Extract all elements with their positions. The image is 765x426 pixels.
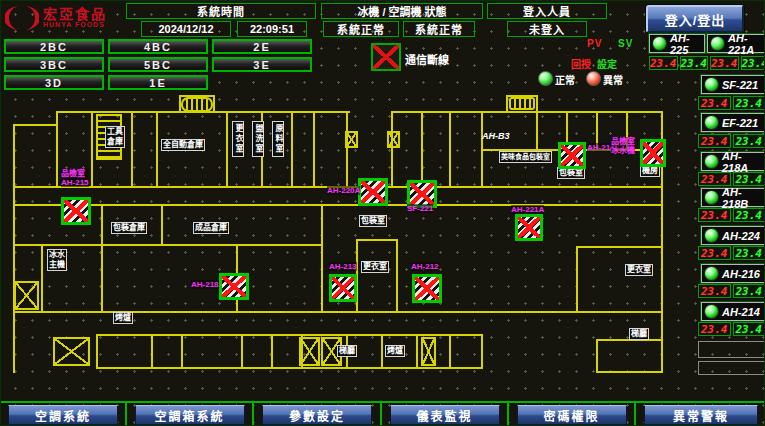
pv-value: 23.4 [710, 56, 739, 70]
status-led-icon [652, 36, 667, 51]
disconnect-indicator [640, 139, 666, 167]
wall-segment [596, 339, 598, 373]
wall-segment [13, 204, 663, 206]
login-logout-button[interactable]: 登入/登出 [646, 5, 744, 33]
unit-ef-221[interactable]: EF-221 [701, 113, 765, 132]
floor-button-2bc[interactable]: 2BC [4, 39, 104, 54]
disconnect-indicator [515, 214, 543, 241]
unit-ah-218b[interactable]: AH-218B [701, 188, 765, 207]
room-label: 更衣室 [625, 264, 653, 276]
wall-segment [131, 111, 133, 188]
door-x-icon [14, 281, 39, 310]
status-led-icon [710, 36, 725, 51]
wall-segment [101, 204, 103, 311]
unit-ah-221a[interactable]: AH-221A [707, 34, 765, 53]
machine-status-label: 冰機 / 空調機 狀態 [321, 3, 483, 19]
equipment-label: AH-221A [511, 205, 544, 214]
nav-cell: 空調箱系統 [127, 401, 254, 426]
disconnect-indicator [558, 142, 586, 169]
unit-name: AH-221A [728, 32, 762, 56]
equipment-label: AH-212 [411, 262, 439, 271]
pv-value: 23.4 [698, 208, 731, 222]
abnormal-label: 異常 [603, 72, 623, 87]
unit-ah-216[interactable]: AH-216 [701, 264, 765, 283]
unit-ah-225[interactable]: AH-225 [649, 34, 705, 53]
floor-button-4bc[interactable]: 4BC [108, 39, 208, 54]
room-label: 美味食品包裝室 [499, 151, 552, 163]
pv-value: 23.4 [698, 134, 731, 148]
wall-segment [391, 111, 663, 113]
room-label: 梯廳 [629, 328, 649, 340]
wall-segment [421, 111, 423, 188]
nav-cell: 密碼權限 [509, 401, 636, 426]
wall-segment [346, 111, 348, 188]
wall-segment [576, 246, 663, 248]
unit-ah-224[interactable]: AH-224 [701, 226, 765, 245]
normal-label: 正常 [555, 72, 575, 87]
wall-segment [506, 95, 508, 111]
room-label: 包裝室 [359, 215, 387, 227]
nav-password-permission[interactable]: 密碼權限 [517, 405, 627, 425]
empty-slot [698, 361, 765, 375]
nav-hvac-system[interactable]: 空調系統 [8, 405, 117, 425]
abnormal-led-icon [586, 71, 601, 86]
empty-slot [698, 341, 765, 358]
floor-button-3d[interactable]: 3D [4, 75, 104, 90]
nav-cell: 異常警報 [636, 401, 765, 426]
nav-cell: 空調系統 [1, 401, 127, 426]
logo-subtitle: HUNYA FOODS [43, 21, 107, 29]
floor-button-1e[interactable]: 1E [108, 75, 208, 90]
feedback-label: 回授 [571, 56, 591, 71]
unit-name: AH-224 [722, 230, 760, 242]
room-label: 烤爐 [113, 312, 133, 324]
room-label: 盥洗室 [252, 121, 264, 157]
status-led-icon [704, 228, 719, 243]
nav-ahu-system[interactable]: 空調箱系統 [135, 405, 245, 425]
wall-segment [381, 334, 383, 369]
wall-segment [536, 111, 538, 149]
floor-button-3e[interactable]: 3E [212, 57, 312, 72]
equipment-label: 品檢室 AH-215 [61, 169, 89, 187]
room-label: 更衣室 [361, 261, 389, 273]
floor-button-2e[interactable]: 2E [212, 39, 312, 54]
wall-segment [96, 334, 98, 369]
unit-ah-214[interactable]: AH-214 [701, 302, 765, 321]
unit-values: 23.4 23.4 [698, 172, 765, 186]
room-label: 冰水 主機 [47, 249, 67, 271]
pv-value: 23.4 [698, 172, 731, 186]
room-label: 工具 倉庫 [105, 126, 125, 148]
unit-values: 23.4 23.4 [698, 246, 765, 260]
wall-segment [416, 334, 418, 369]
sv-value: 23.4 [733, 172, 765, 186]
room-label: 烤爐 [385, 345, 405, 357]
room-label: 成品倉庫 [193, 222, 229, 234]
nav-abnormal-alarm[interactable]: 異常警報 [644, 405, 758, 425]
wall-segment [101, 244, 323, 246]
unit-name: AH-216 [722, 268, 760, 280]
unit-values: 23.4 23.4 [698, 322, 765, 336]
room-label: AH-B3 [481, 131, 511, 141]
unit-ah-218a[interactable]: AH-218A [701, 152, 765, 171]
nav-parameter-settings[interactable]: 參數設定 [262, 405, 373, 425]
unit-name: AH-218B [722, 186, 762, 210]
wall-segment [13, 311, 663, 313]
pv-value: 23.4 [698, 246, 731, 260]
wall-segment [596, 371, 663, 373]
wall-segment [226, 111, 228, 188]
unit-values: 23.4 23.4 [698, 96, 765, 110]
floor-button-3bc[interactable]: 3BC [4, 57, 104, 72]
logo-title: 宏亞食品 [43, 7, 107, 21]
unit-sf-221[interactable]: SF-221 [701, 75, 765, 94]
status-led-icon [704, 190, 719, 205]
login-user-label: 登入人員 [487, 3, 607, 19]
sv-value: 23.4 [680, 56, 709, 70]
company-logo: 宏亞食品 HUNYA FOODS [5, 3, 107, 33]
wall-segment [391, 111, 393, 188]
wall-segment [449, 334, 451, 369]
wall-segment [536, 95, 538, 111]
disconnect-indicator [219, 273, 249, 300]
floor-button-5bc[interactable]: 5BC [108, 57, 208, 72]
disconnect-legend-label: 通信斷線 [405, 51, 449, 67]
wall-segment [356, 239, 398, 241]
nav-meter-monitoring[interactable]: 儀表監視 [390, 405, 500, 425]
